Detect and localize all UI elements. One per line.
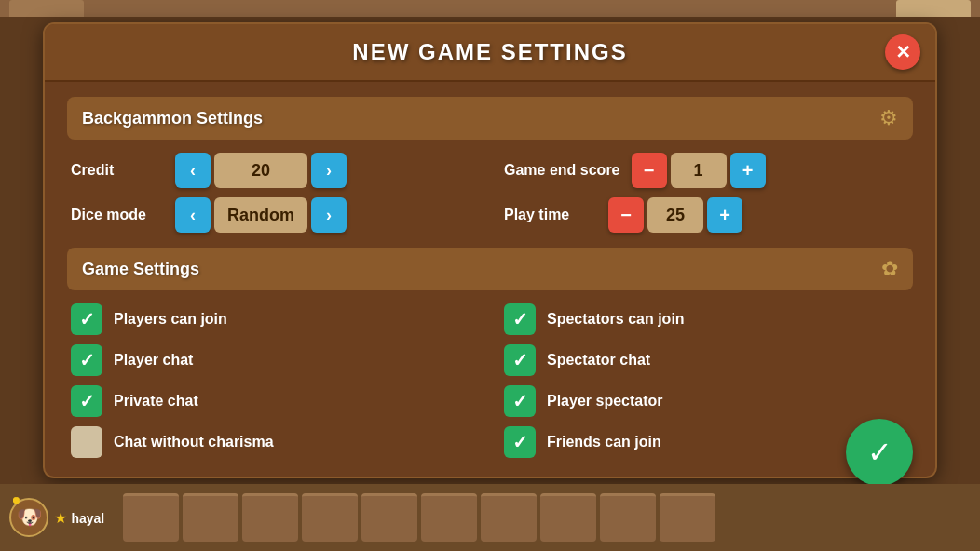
checkbox-check-players-can-join: ✓ [79, 308, 95, 330]
new-game-settings-modal: NEW GAME SETTINGS ✕ Backgammon Settings … [43, 22, 937, 478]
game-end-score-decrease-button[interactable]: − [632, 153, 667, 188]
game-end-score-increase-button[interactable]: + [730, 153, 766, 188]
checkbox-label-chat-without-charisma: Chat without charisma [114, 434, 274, 450]
bottom-tile-1 [123, 493, 179, 542]
play-time-setting: Play time − 25 + [504, 197, 909, 233]
checkbox-box-private-chat[interactable]: ✓ [71, 385, 102, 417]
bottom-tile-2 [183, 493, 238, 542]
game-section-title: Game Settings [82, 260, 199, 279]
modal-header: NEW GAME SETTINGS ✕ [45, 24, 935, 82]
play-time-increase-button[interactable]: + [707, 197, 742, 233]
credit-increase-button[interactable]: › [311, 153, 347, 188]
bottom-tile-10 [660, 493, 715, 542]
checkbox-item-spectator-chat[interactable]: ✓Spectator chat [504, 344, 909, 376]
game-end-score-label: Game end score [504, 162, 620, 179]
modal-title: NEW GAME SETTINGS [352, 39, 627, 64]
bottom-tile-6 [421, 493, 477, 542]
checkbox-box-spectator-chat[interactable]: ✓ [504, 344, 536, 376]
checkbox-box-player-spectator[interactable]: ✓ [504, 385, 536, 417]
game-gear-icon: ✿ [881, 257, 898, 281]
dice-mode-increase-button[interactable]: › [311, 197, 347, 233]
bottom-tile-4 [302, 493, 358, 542]
username: hayal [71, 511, 104, 526]
backgammon-section-header: Backgammon Settings ⚙ [67, 97, 913, 140]
checkbox-box-player-chat[interactable]: ✓ [71, 344, 102, 376]
backgammon-gear-icon: ⚙ [879, 106, 898, 130]
play-time-stepper: − 25 + [608, 197, 742, 233]
avatar-image: 🐶 [17, 505, 42, 530]
checkbox-label-player-chat: Player chat [114, 352, 193, 369]
checkbox-check-private-chat: ✓ [79, 390, 95, 412]
bottom-tile-8 [540, 493, 596, 542]
bottom-tile-9 [600, 493, 656, 542]
game-end-score-value: 1 [671, 153, 727, 188]
credit-setting: Credit ‹ 20 › [71, 153, 476, 188]
backgammon-settings-grid: Credit ‹ 20 › Game end score − 1 [67, 153, 913, 233]
dice-mode-value: Random [214, 197, 307, 233]
checkbox-check-player-chat: ✓ [79, 349, 95, 371]
bottom-tile-5 [361, 493, 417, 542]
confirm-button[interactable]: ✓ [846, 419, 913, 486]
checkbox-box-friends-can-join[interactable]: ✓ [504, 426, 536, 458]
game-settings-section: Game Settings ✿ ✓Players can join✓Specta… [67, 248, 913, 458]
user-info: ★ hayal [54, 509, 104, 527]
dice-mode-setting: Dice mode ‹ Random › [71, 197, 476, 233]
top-bar [0, 0, 980, 17]
checkbox-check-spectators-can-join: ✓ [512, 308, 528, 330]
dice-mode-label: Dice mode [71, 207, 164, 223]
play-time-value: 25 [647, 197, 703, 233]
play-time-label: Play time [504, 207, 597, 223]
backgammon-section-title: Backgammon Settings [82, 109, 263, 128]
modal-body: Backgammon Settings ⚙ Credit ‹ 20 › [45, 97, 935, 458]
game-end-score-stepper: − 1 + [632, 153, 766, 188]
checkbox-box-players-can-join[interactable]: ✓ [71, 303, 102, 335]
checkbox-item-player-chat[interactable]: ✓Player chat [71, 344, 476, 376]
dice-mode-stepper: ‹ Random › [175, 197, 347, 233]
bottom-tile-3 [242, 493, 298, 542]
credit-decrease-button[interactable]: ‹ [175, 153, 211, 188]
checkbox-check-spectator-chat: ✓ [512, 349, 528, 371]
bottom-tile-7 [481, 493, 537, 542]
checkbox-check-player-spectator: ✓ [512, 390, 528, 412]
user-profile: ⏺ 🐶 ★ hayal [9, 498, 104, 537]
play-time-decrease-button[interactable]: − [608, 197, 644, 233]
top-bar-left-tab [9, 0, 84, 17]
checkbox-item-player-spectator[interactable]: ✓Player spectator [504, 385, 909, 417]
record-icon: ⏺ [11, 494, 21, 505]
checkbox-box-spectators-can-join[interactable]: ✓ [504, 303, 536, 335]
checkbox-item-private-chat[interactable]: ✓Private chat [71, 385, 476, 417]
checkbox-label-spectators-can-join: Spectators can join [547, 311, 685, 328]
checkbox-item-players-can-join[interactable]: ✓Players can join [71, 303, 476, 335]
top-bar-right-tab [896, 0, 971, 17]
credit-stepper: ‹ 20 › [175, 153, 347, 188]
credit-label: Credit [71, 162, 164, 179]
checkbox-check-friends-can-join: ✓ [512, 431, 528, 453]
checkbox-item-chat-without-charisma[interactable]: Chat without charisma [71, 426, 476, 458]
checkbox-label-private-chat: Private chat [114, 393, 198, 410]
bottom-tiles [123, 493, 971, 542]
backgammon-settings-section: Backgammon Settings ⚙ Credit ‹ 20 › [67, 97, 913, 233]
checkbox-grid: ✓Players can join✓Spectators can join✓Pl… [67, 303, 913, 458]
game-section-header: Game Settings ✿ [67, 248, 913, 290]
checkbox-label-spectator-chat: Spectator chat [547, 352, 650, 369]
dice-mode-decrease-button[interactable]: ‹ [175, 197, 211, 233]
checkbox-box-chat-without-charisma[interactable] [71, 426, 102, 458]
game-end-score-setting: Game end score − 1 + [504, 153, 909, 188]
credit-value: 20 [214, 153, 307, 188]
checkbox-label-friends-can-join: Friends can join [547, 434, 661, 450]
checkbox-label-players-can-join: Players can join [114, 311, 227, 328]
modal-overlay: NEW GAME SETTINGS ✕ Backgammon Settings … [0, 17, 980, 484]
star-icon: ★ [54, 510, 67, 526]
checkbox-label-player-spectator: Player spectator [547, 393, 663, 410]
bottom-bar: ⏺ 🐶 ★ hayal [0, 484, 980, 551]
checkbox-item-spectators-can-join[interactable]: ✓Spectators can join [504, 303, 909, 335]
close-button[interactable]: ✕ [885, 34, 920, 70]
